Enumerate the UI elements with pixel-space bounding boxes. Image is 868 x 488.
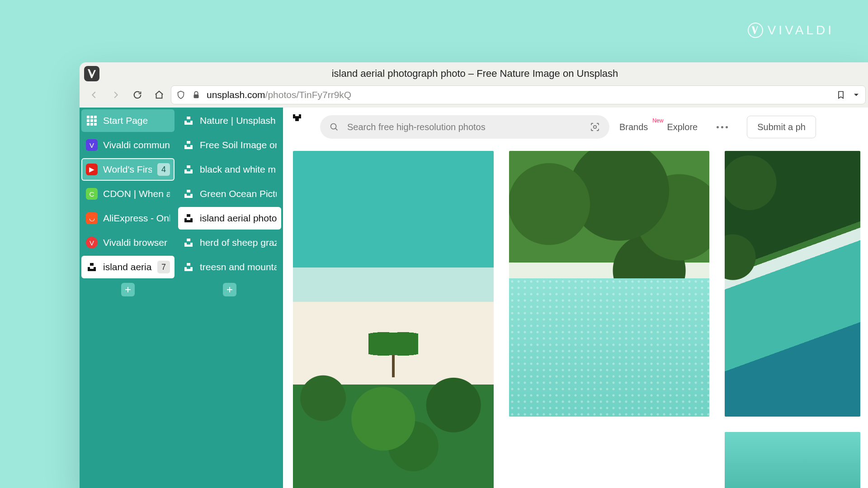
shield-icon [176,90,186,100]
tab-label: World's Firs [103,164,152,175]
unsplash-icon [183,164,194,175]
youtube-icon: ▶ [86,164,98,175]
tab-nature-unsplash[interactable]: Nature | Unsplash [178,109,281,132]
page-content: Brands New Explore Submit a ph [283,108,868,488]
vivaldi-watermark: VIVALDI [748,23,834,38]
gallery-photo[interactable] [725,432,860,488]
visual-search-icon[interactable] [590,122,600,132]
lock-icon [191,90,201,100]
unsplash-logo-icon[interactable] [293,118,310,136]
address-bar[interactable]: unsplash.com/photos/TinFy7rr9kQ [171,85,866,104]
tab-start-page[interactable]: Start Page [81,109,175,132]
tab-label: Free Soil Image on [200,140,277,150]
tab-green-ocean[interactable]: Green Ocean Pictu [178,183,281,205]
tab-island-aerial-photo[interactable]: island aerial photo [178,207,281,230]
tab-herd-of-sheep[interactable]: herd of sheep graz [178,231,281,254]
workspace: Start Page V Vivaldi commun ▶ World's Fi… [80,108,868,488]
chevron-down-icon[interactable] [852,90,861,99]
reload-button[interactable] [127,86,147,104]
new-badge: New [652,117,663,124]
vivaldi-logo-icon [748,23,763,38]
unsplash-icon [183,261,194,273]
gallery-photo[interactable] [293,151,494,488]
vivaldi-menu-button[interactable] [84,66,99,81]
unsplash-icon [183,212,194,224]
back-button[interactable] [84,86,104,104]
toolbar: unsplash.com/photos/TinFy7rr9kQ [80,85,868,108]
page-title: island aerial photograph photo – Free Na… [80,68,868,80]
submit-photo-button[interactable]: Submit a ph [747,116,816,138]
home-button[interactable] [149,86,169,104]
site-search[interactable] [320,115,609,139]
new-tab-button[interactable]: + [121,283,135,296]
bookmark-icon[interactable] [836,90,845,99]
grid-icon [86,115,98,127]
vivaldi-red-icon: V [86,237,98,249]
unsplash-icon [183,139,194,151]
tab-label: treesn and mounta [200,262,277,272]
more-menu-icon[interactable] [717,126,728,128]
tab-label: island aerial photo [200,213,277,224]
site-nav: Brands New Explore [619,122,728,132]
gallery-photo[interactable] [725,151,860,417]
vivaldi-icon: V [86,139,98,151]
tab-vivaldi-browser[interactable]: V Vivaldi browser [81,231,175,254]
nav-explore[interactable]: Explore [667,122,698,132]
cdon-icon: C [86,188,98,200]
new-subtab-button[interactable]: + [223,283,236,296]
vivaldi-wordmark: VIVALDI [768,23,834,38]
tab-youtube-worlds-first[interactable]: ▶ World's Firs 4 [81,158,175,181]
tab-label: Nature | Unsplash [200,115,277,126]
gallery-photo[interactable] [509,151,710,417]
site-header: Brands New Explore Submit a ph [283,108,868,146]
browser-window: island aerial photograph photo – Free Na… [80,62,868,488]
tab-label: Vivaldi browser [103,237,170,248]
tab-free-soil[interactable]: Free Soil Image on [178,134,281,156]
tab-label: Green Ocean Pictu [200,188,277,199]
tab-column-1: Start Page V Vivaldi commun ▶ World's Fi… [80,108,176,488]
tab-island-aerial-stack[interactable]: island aerial 7 [81,256,175,278]
tab-stack-count: 4 [157,163,170,176]
site-search-input[interactable] [347,122,581,132]
tab-aliexpress[interactable]: ◡ AliExpress - Onl [81,207,175,230]
unsplash-icon [183,237,194,249]
svg-rect-0 [194,94,199,98]
tab-label: black and white m [200,164,277,175]
tab-black-white[interactable]: black and white m [178,158,281,181]
tab-label: AliExpress - Onl [103,213,170,224]
tab-label: CDON | When a [103,188,170,199]
tab-label: Start Page [103,115,170,126]
tab-label: herd of sheep graz [200,237,277,248]
tab-stack-count: 7 [157,261,170,273]
tab-vivaldi-community[interactable]: V Vivaldi commun [81,134,175,156]
titlebar: island aerial photograph photo – Free Na… [80,62,868,85]
unsplash-icon [183,188,194,200]
tab-label: Vivaldi commun [103,140,170,150]
search-icon [329,122,339,132]
svg-point-1 [331,124,336,129]
tab-label: island aerial [103,262,152,272]
photo-gallery [283,146,868,488]
nav-brands[interactable]: Brands New [619,122,648,132]
svg-point-3 [594,126,596,128]
tab-trees-mountains[interactable]: treesn and mounta [178,256,281,278]
url-host: unsplash.com [207,89,265,100]
aliexpress-icon: ◡ [86,212,98,224]
url-path: /photos/TinFy7rr9kQ [265,89,352,100]
forward-button[interactable] [106,86,126,104]
svg-line-2 [335,128,337,130]
unsplash-icon [86,261,98,273]
tab-cdon[interactable]: C CDON | When a [81,183,175,205]
unsplash-icon [183,115,194,127]
url-text: unsplash.com/photos/TinFy7rr9kQ [207,89,351,100]
tab-column-2: Nature | Unsplash Free Soil Image on bla… [176,108,283,488]
